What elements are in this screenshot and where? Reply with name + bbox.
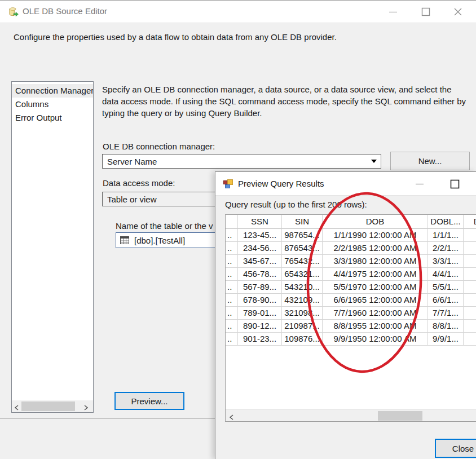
column-header[interactable]: D... — [464, 215, 476, 229]
table-cell: .. — [226, 255, 238, 268]
table-row[interactable]: ..890-12...210987...8/8/1955 12:00:00 AM… — [226, 320, 476, 333]
table-row[interactable]: ..789-01...321098...7/7/1960 12:00:00 AM… — [226, 307, 476, 320]
preview-table-header-row: SSNSINDOBDOBL...D... — [226, 215, 476, 229]
scroll-left-icon[interactable] — [14, 403, 21, 410]
table-name-label: Name of the table or the v — [116, 221, 213, 231]
maximize-icon[interactable] — [413, 1, 439, 23]
column-header[interactable] — [226, 215, 238, 229]
column-header[interactable]: DOB — [323, 215, 428, 229]
table-cell: 2/ — [464, 242, 476, 255]
nav-horizontal-scrollbar[interactable] — [12, 400, 93, 412]
table-cell: 6/ — [464, 294, 476, 307]
table-row[interactable]: ..456-78...654321...4/4/1975 12:00:00 AM… — [226, 268, 476, 281]
table-cell: 1/1/1... — [428, 229, 464, 242]
scroll-left-icon[interactable] — [229, 413, 236, 420]
table-cell: 2/2/1985 12:00:00 AM — [323, 242, 428, 255]
nav-item-columns[interactable]: Columns — [12, 98, 93, 111]
scrollbar-thumb[interactable] — [21, 401, 75, 411]
table-cell: 5/5/1... — [428, 281, 464, 294]
table-cell: 432109... — [282, 294, 323, 307]
table-cell: 123-45... — [238, 229, 282, 242]
table-name-value: [dbo].[TestAll] — [134, 236, 185, 245]
table-cell: 5/ — [464, 281, 476, 294]
connection-manager-combobox[interactable]: Server Name — [102, 154, 381, 169]
table-cell: 321098... — [282, 307, 323, 320]
column-header[interactable]: DOBL... — [428, 215, 464, 229]
minimize-icon[interactable] — [408, 172, 431, 196]
table-row[interactable]: ..234-56...876543...2/2/1985 12:00:00 AM… — [226, 242, 476, 255]
table-cell: 6/6/1... — [428, 294, 464, 307]
scroll-right-icon[interactable] — [83, 403, 90, 410]
table-row[interactable]: ..901-23...109876...9/9/1950 12:00:00 AM… — [226, 333, 476, 346]
table-cell: 9/ — [464, 333, 476, 346]
column-header[interactable]: SIN — [282, 215, 323, 229]
query-results-grid: SSNSINDOBDOBL...D... ..123-45...987654..… — [225, 214, 476, 422]
table-cell: .. — [226, 268, 238, 281]
editor-instructions: Specify an OLE DB connection manager, a … — [102, 83, 474, 119]
table-cell: 109876... — [282, 333, 323, 346]
minimize-icon[interactable] — [380, 1, 406, 23]
table-cell: 234-56... — [238, 242, 282, 255]
preview-window-title: Preview Query Results — [238, 179, 324, 188]
connection-manager-value: Server Name — [107, 157, 157, 166]
database-icon — [7, 6, 19, 17]
table-cell: 456-78... — [238, 268, 282, 281]
table-cell: .. — [226, 320, 238, 333]
table-cell: .. — [226, 307, 238, 320]
grid-horizontal-scrollbar[interactable] — [226, 409, 476, 421]
table-cell: 7/ — [464, 307, 476, 320]
data-access-mode-label: Data access mode: — [103, 178, 175, 188]
table-cell: 8/ — [464, 320, 476, 333]
table-cell: .. — [226, 242, 238, 255]
preview-button[interactable]: Preview... — [114, 392, 184, 410]
table-grid-icon — [120, 236, 129, 246]
chevron-down-icon[interactable] — [367, 155, 381, 168]
table-cell: 3/3/1980 12:00:00 AM — [323, 255, 428, 268]
form-icon — [223, 179, 233, 188]
new-button[interactable]: New... — [390, 152, 470, 170]
editor-nav-list: Connection Manager Columns Error Output — [11, 81, 94, 413]
table-row[interactable]: ..345-67...765432...3/3/1980 12:00:00 AM… — [226, 255, 476, 268]
table-cell: .. — [226, 281, 238, 294]
maximize-icon[interactable] — [443, 172, 466, 196]
table-cell: 789-01... — [238, 307, 282, 320]
table-cell: 8/8/1... — [428, 320, 464, 333]
table-cell: 901-23... — [238, 333, 282, 346]
table-cell: 876543... — [282, 242, 323, 255]
table-cell: 4/4/1... — [428, 268, 464, 281]
table-cell: 5/5/1970 12:00:00 AM — [323, 281, 428, 294]
connection-manager-label: OLE DB connection manager: — [103, 142, 215, 151]
window-title: OLE DB Source Editor — [23, 6, 107, 16]
table-cell: 890-12... — [238, 320, 282, 333]
table-cell: 3/ — [464, 255, 476, 268]
table-row[interactable]: ..567-89...543210...5/5/1970 12:00:00 AM… — [226, 281, 476, 294]
table-cell: 987654... — [282, 229, 323, 242]
table-cell: 4/ — [464, 268, 476, 281]
editor-titlebar: OLE DB Source Editor — [0, 1, 476, 23]
table-cell: 9/9/1... — [428, 333, 464, 346]
preview-table-body: ..123-45...987654...1/1/1990 12:00:00 AM… — [226, 229, 476, 346]
table-cell: .. — [226, 333, 238, 346]
table-cell: 6/6/1965 12:00:00 AM — [323, 294, 428, 307]
table-row[interactable]: ..678-90...432109...6/6/1965 12:00:00 AM… — [226, 294, 476, 307]
table-row[interactable]: ..123-45...987654...1/1/1990 12:00:00 AM… — [226, 229, 476, 242]
table-cell: 678-90... — [238, 294, 282, 307]
table-cell: 4/4/1975 12:00:00 AM — [323, 268, 428, 281]
table-cell: 1/ — [464, 229, 476, 242]
table-cell: 3/3/1... — [428, 255, 464, 268]
data-access-mode-value: Table or view — [107, 195, 157, 204]
close-button[interactable]: Close — [435, 439, 476, 458]
preview-titlebar: Preview Query Results — [215, 172, 476, 196]
table-cell: 765432... — [282, 255, 323, 268]
table-cell: 9/9/1950 12:00:00 AM — [323, 333, 428, 346]
table-cell: .. — [226, 229, 238, 242]
close-icon[interactable] — [445, 1, 471, 23]
screen: OLE DB Source Editor Configure the prope… — [0, 0, 476, 459]
scrollbar-thumb[interactable] — [378, 411, 422, 421]
table-cell: .. — [226, 294, 238, 307]
nav-item-error-output[interactable]: Error Output — [12, 111, 93, 125]
nav-item-connection-manager[interactable]: Connection Manager — [12, 84, 93, 98]
table-cell: 7/7/1960 12:00:00 AM — [323, 307, 428, 320]
preview-query-results-window: Preview Query Results Query result (up t… — [215, 171, 476, 459]
column-header[interactable]: SSN — [238, 215, 282, 229]
